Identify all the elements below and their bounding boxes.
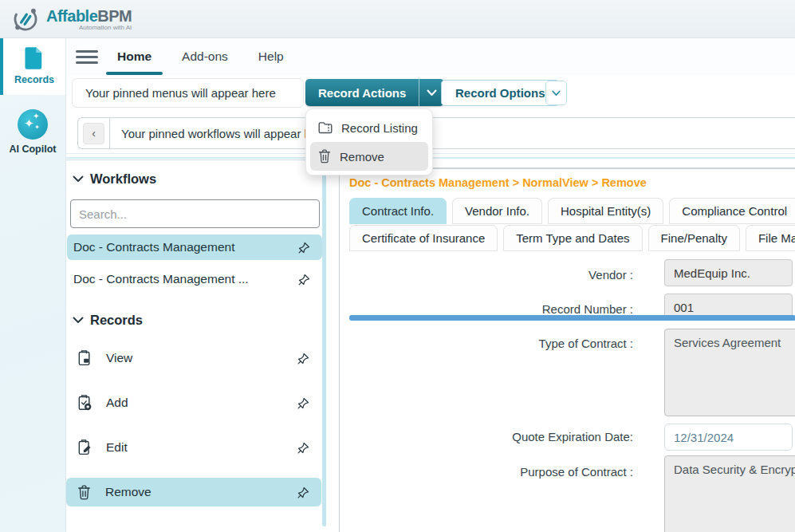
rail-item-records[interactable]: Records: [0, 38, 65, 95]
tab-vendor-info[interactable]: Vendor Info.: [452, 198, 542, 224]
rail-item-ai-copilot[interactable]: ✦✦✦ AI Copilot: [0, 101, 65, 164]
divider: [109, 117, 110, 149]
chevron-down-icon: [73, 317, 84, 324]
pin-icon[interactable]: [297, 486, 310, 499]
record-listing-icon: [317, 120, 333, 135]
menu-item-record-listing[interactable]: Record Listing: [310, 113, 428, 142]
trash-icon: [317, 148, 332, 164]
chevron-down-icon: [73, 175, 84, 183]
record-number-label: Record Number :: [340, 302, 633, 316]
menu-item-label: Record Listing: [341, 121, 418, 135]
workflow-item-contracts-management[interactable]: Doc - Contracts Management: [67, 234, 322, 260]
vertical-scrollbar[interactable]: [322, 167, 326, 526]
type-of-contract-textarea[interactable]: Services Agreement: [664, 329, 795, 416]
tabs-row-1: Contract Info. Vendor Info. Hospital Ent…: [349, 198, 795, 224]
record-options-chevron-down-icon[interactable]: [545, 81, 567, 105]
workflows-section-header[interactable]: Workflows: [73, 171, 327, 187]
brand-name-secondary: BPM: [97, 7, 132, 25]
quote-expiration-date-label: Quote Expiration Date:: [340, 430, 633, 443]
tab-term-type-and-dates[interactable]: Term Type and Dates: [503, 225, 642, 251]
purpose-of-contract-textarea[interactable]: Data Security & Encrypt: [664, 455, 795, 532]
record-menu-item-label: Remove: [105, 485, 297, 499]
brand-logo: AffableBPM Automation with AI: [11, 5, 132, 33]
brand-logo-icon: [11, 5, 40, 33]
nav-tab-add-ons[interactable]: Add-ons: [180, 40, 230, 75]
breadcrumb: Doc - Contracts Management > NormalView …: [349, 176, 647, 189]
brand-text: AffableBPM Automation with AI: [46, 7, 132, 31]
pinned-workflows-bar: ‹ Your pinned workflows will appear here: [77, 117, 795, 149]
workflow-item-contracts-management-2[interactable]: Doc - Contracts Management ...: [67, 266, 322, 292]
record-menu-item-remove[interactable]: Remove: [66, 478, 321, 506]
pin-icon[interactable]: [297, 441, 310, 455]
workflow-item-label: Doc - Contracts Management ...: [73, 272, 249, 286]
tab-fine-penalty[interactable]: Fine/Penalty: [648, 225, 740, 251]
pinned-menus-placeholder: Your pinned menus will appear here: [72, 78, 304, 108]
clipboard-edit-icon: [77, 439, 92, 456]
record-menu-item-label: Add: [106, 396, 297, 410]
main-content-panel: Doc - Contracts Management > NormalView …: [339, 167, 795, 532]
clipboard-view-icon: [77, 349, 92, 367]
pin-icon[interactable]: [297, 396, 310, 410]
brand-tagline: Automation with AI: [79, 24, 132, 31]
rail-item-records-label: Records: [14, 74, 54, 85]
tabs-row-2: Certificate of Insurance Term Type and D…: [349, 225, 795, 251]
pin-icon[interactable]: [297, 241, 311, 254]
tab-hospital-entity[interactable]: Hospital Entity(s): [548, 198, 663, 224]
ai-copilot-sparkles-icon: ✦✦✦: [18, 109, 48, 140]
tab-compliance-control[interactable]: Compliance Control: [669, 198, 795, 224]
record-menu-item-edit[interactable]: Edit: [66, 433, 321, 462]
workflow-search-input[interactable]: [70, 199, 320, 228]
trash-icon: [77, 484, 92, 501]
brand-name-primary: Affable: [46, 7, 97, 25]
records-document-icon: [23, 46, 45, 70]
record-actions-button[interactable]: Record Actions: [305, 79, 419, 106]
record-menu-item-add[interactable]: Add: [66, 388, 321, 417]
rail-item-ai-copilot-label: AI Copilot: [9, 144, 56, 155]
menu-item-remove[interactable]: Remove: [310, 142, 428, 171]
tab-contract-info[interactable]: Contract Info.: [349, 198, 447, 224]
menu-item-label: Remove: [340, 150, 384, 164]
pin-icon[interactable]: [297, 273, 311, 286]
pinned-workflows-placeholder: Your pinned workflows will appear here: [121, 127, 329, 140]
workflow-item-label: Doc - Contracts Management: [73, 240, 234, 254]
purpose-of-contract-label: Purpose of Contract :: [340, 465, 633, 479]
clipboard-add-icon: [77, 394, 92, 412]
collapse-chevron-left-button[interactable]: ‹: [83, 123, 104, 144]
records-section-header[interactable]: Records: [73, 313, 327, 328]
workflows-panel: Workflows Doc - Contracts Management Doc…: [66, 160, 327, 532]
quote-expiration-date-input[interactable]: [664, 424, 793, 451]
record-menu-item-label: Edit: [106, 440, 297, 455]
app-window: AffableBPM Automation with AI Records ✦✦…: [0, 0, 795, 532]
nav-tabs: Home Add-ons Help: [116, 40, 285, 75]
nav-tab-home[interactable]: Home: [116, 40, 153, 75]
record-actions-dropdown-menu: Record Listing Remove: [305, 108, 433, 175]
pin-icon[interactable]: [297, 352, 310, 365]
record-menu-item-view[interactable]: View: [66, 344, 321, 372]
tab-file-management[interactable]: File Ma: [746, 225, 795, 251]
top-nav: Home Add-ons Help: [66, 38, 795, 76]
horizontal-scrollbar[interactable]: [349, 315, 795, 321]
icon-rail: Records ✦✦✦ AI Copilot: [0, 38, 66, 532]
hamburger-menu-icon[interactable]: [76, 49, 98, 66]
vendor-label: Vendor :: [340, 268, 633, 282]
workflows-section-title: Workflows: [90, 171, 156, 187]
record-menu-item-label: View: [106, 351, 297, 365]
record-options-button[interactable]: Record Options: [441, 80, 560, 106]
nav-tab-help[interactable]: Help: [257, 40, 285, 75]
vendor-input[interactable]: [664, 259, 793, 286]
record-actions-split-button[interactable]: Record Actions: [305, 79, 444, 106]
records-section-title: Records: [90, 313, 143, 328]
tab-certificate-of-insurance[interactable]: Certificate of Insurance: [349, 225, 498, 251]
app-header: AffableBPM Automation with AI: [0, 0, 795, 38]
type-of-contract-label: Type of Contract :: [340, 337, 633, 350]
